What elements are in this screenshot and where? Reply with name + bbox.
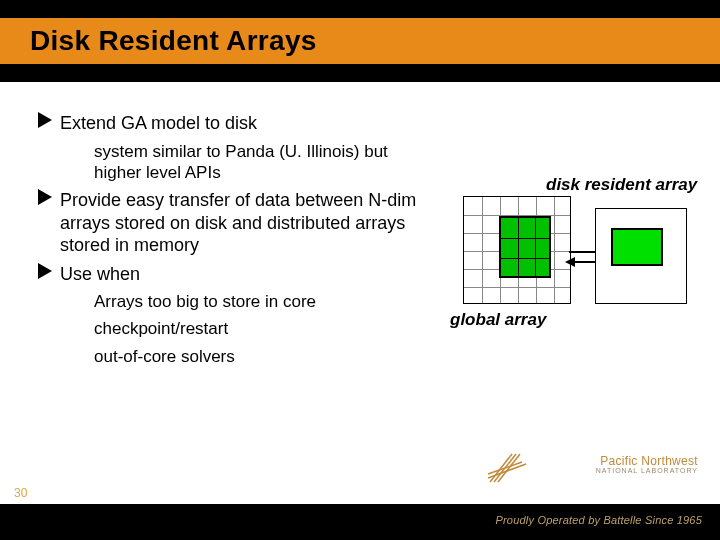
- content-block: Extend GA model to disk system similar t…: [38, 112, 428, 373]
- disk-subarray: [611, 228, 663, 266]
- pnnl-logo: Pacific Northwest NATIONAL LABORATORY: [508, 454, 698, 498]
- bullet-text: Provide easy transfer of data between N-…: [60, 189, 428, 257]
- footer-bar: Proudly Operated by Battelle Since 1965: [0, 504, 720, 540]
- bullet-square-icon: [76, 318, 94, 339]
- bullet-level2: checkpoint/restart: [76, 318, 428, 339]
- bullet-level1: Provide easy transfer of data between N-…: [38, 189, 428, 257]
- bullet-arrow-icon: [38, 263, 60, 286]
- bullet-square-icon: [76, 141, 94, 184]
- bullet-text: Arrays too big to store in core: [94, 291, 428, 312]
- bullet-level2: out-of-core solvers: [76, 346, 428, 367]
- selected-subarray: [499, 216, 551, 278]
- svg-marker-6: [565, 257, 575, 267]
- bullet-level2: system similar to Panda (U. Illinois) bu…: [76, 141, 428, 184]
- bullet-text: system similar to Panda (U. Illinois) bu…: [94, 141, 428, 184]
- svg-marker-1: [38, 189, 52, 205]
- bullet-level1: Extend GA model to disk: [38, 112, 428, 135]
- slide: { "title": "Disk Resident Arrays", "bull…: [0, 0, 720, 540]
- label-disk-resident-array: disk resident array: [546, 175, 697, 195]
- bullet-text: Extend GA model to disk: [60, 112, 428, 135]
- footer-operated-text: Proudly Operated by Battelle Since 1965: [495, 514, 702, 526]
- svg-marker-2: [38, 263, 52, 279]
- page-number: 30: [14, 486, 27, 500]
- slide-title: Disk Resident Arrays: [0, 25, 317, 57]
- bullet-square-icon: [76, 346, 94, 367]
- bullet-arrow-icon: [38, 112, 60, 135]
- svg-marker-0: [38, 112, 52, 128]
- bullet-level2: Arrays too big to store in core: [76, 291, 428, 312]
- bullet-level1: Use when: [38, 263, 428, 286]
- title-stripe: Disk Resident Arrays: [0, 18, 720, 64]
- label-global-array: global array: [450, 310, 546, 330]
- pnnl-mark-icon: [486, 448, 542, 492]
- bullet-text: Use when: [60, 263, 428, 286]
- bullet-text: out-of-core solvers: [94, 346, 428, 367]
- bullet-text: checkpoint/restart: [94, 318, 428, 339]
- bullet-arrow-icon: [38, 189, 60, 257]
- bullet-square-icon: [76, 291, 94, 312]
